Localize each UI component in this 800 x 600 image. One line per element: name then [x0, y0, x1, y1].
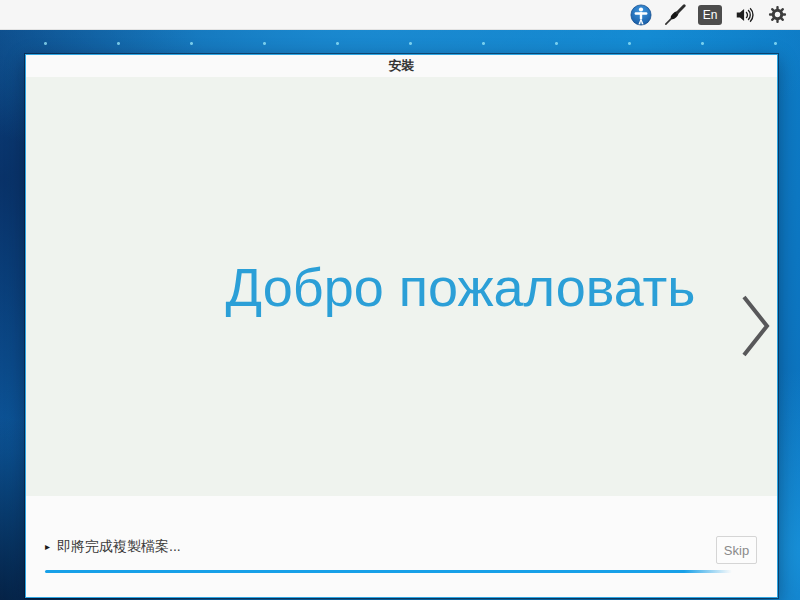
skip-button[interactable]: Skip — [716, 536, 757, 564]
expander-triangle-icon[interactable]: ▸ — [45, 540, 50, 554]
status-line: ▸ 即將完成複製檔案... — [45, 538, 181, 556]
paintbrush-icon[interactable] — [664, 4, 686, 26]
window-title: 安裝 — [389, 58, 415, 73]
welcome-heading: Добро пожаловать — [26, 256, 777, 318]
settings-gear-icon[interactable] — [768, 5, 787, 24]
accessibility-icon[interactable] — [630, 4, 652, 26]
slideshow-area: Добро пожаловать — [26, 77, 777, 496]
status-panel: ▸ 即將完成複製檔案... Skip — [26, 496, 777, 597]
top-panel: En — [0, 0, 800, 30]
window-titlebar[interactable]: 安裝 — [26, 55, 777, 77]
progress-bar — [45, 570, 753, 573]
desktop: En 安裝 — [0, 0, 800, 600]
status-message: 即將完成複製檔案... — [57, 538, 181, 556]
progress-fill — [45, 570, 732, 573]
keyboard-layout-indicator[interactable]: En — [698, 5, 722, 25]
chevron-right-icon[interactable] — [741, 295, 771, 357]
volume-icon[interactable] — [734, 4, 756, 26]
installer-window: 安裝 Добро пожаловать ▸ 即將完成複製檔案... Skip — [25, 54, 778, 598]
